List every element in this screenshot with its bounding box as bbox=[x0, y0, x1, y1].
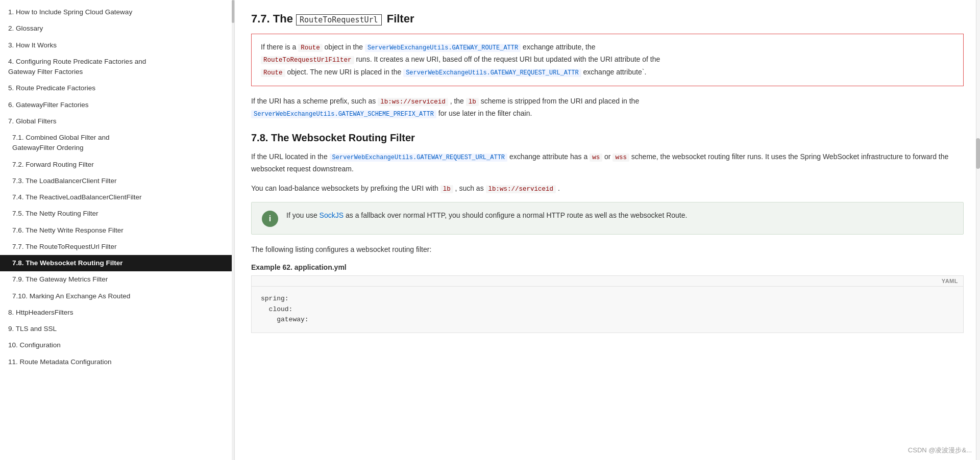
right-scrollbar-thumb[interactable] bbox=[976, 138, 980, 169]
s78-p1-code2: ws bbox=[590, 154, 602, 162]
info-box: i If you use SockJS as a fallback over n… bbox=[251, 202, 964, 235]
sidebar-item-7-6[interactable]: 7.6. The Netty Write Response Filter bbox=[0, 222, 234, 239]
redbox-code-filter: RouteToRequestUrlFilter bbox=[261, 56, 354, 64]
para2-code2: lb bbox=[466, 98, 479, 106]
sidebar-item-7-7[interactable]: 7.7. The RouteToRequestUrl Filter bbox=[0, 239, 234, 255]
sidebar-item-7-1[interactable]: 7.1. Combined Global Filter and GatewayF… bbox=[0, 130, 234, 157]
redbox-line1-mid2: exchange attribute, the bbox=[521, 43, 595, 51]
info-text-prefix: If you use bbox=[286, 211, 320, 219]
sidebar-item-7-2[interactable]: 7.2. Forward Routing Filter bbox=[0, 157, 234, 173]
para2-mid1: , the bbox=[448, 97, 466, 105]
info-icon: i bbox=[262, 211, 278, 227]
code-block: YAML spring: cloud: gateway: bbox=[251, 275, 964, 333]
redbox-code-route: Route bbox=[298, 44, 323, 52]
section-77-redbox: If there is a Route object in the Server… bbox=[251, 34, 964, 86]
s78-p2-code2: lb:ws://serviceid bbox=[486, 185, 556, 193]
sidebar[interactable]: 1. How to Include Spring Cloud Gateway 2… bbox=[0, 0, 235, 460]
para2-code3: ServerWebExchangeUtils.GATEWAY_SCHEME_PR… bbox=[251, 110, 436, 118]
code-lang-label: YAML bbox=[942, 278, 958, 284]
sidebar-item-7-3[interactable]: 7.3. The LoadBalancerClient Filter bbox=[0, 173, 234, 189]
s78-p2-code1: lb bbox=[440, 185, 453, 193]
redbox-line3-mid1: object. The new URI is placed in the bbox=[285, 68, 404, 76]
s78-p2-mid1: , such as bbox=[453, 184, 486, 192]
info-text-mid: as a fallback over normal HTTP, you shou… bbox=[344, 211, 687, 219]
para2-code1: lb:ws://serviceid bbox=[378, 98, 448, 106]
redbox-line1-prefix: If there is a bbox=[261, 43, 298, 51]
sockjs-link[interactable]: SockJS bbox=[320, 211, 344, 219]
sidebar-item-10[interactable]: 10. Configuration bbox=[0, 337, 234, 353]
redbox-code-request-url-attr: ServerWebExchangeUtils.GATEWAY_REQUEST_U… bbox=[403, 69, 581, 77]
main-content: 7.7. The RouteToRequestUrl Filter If the… bbox=[235, 0, 980, 460]
right-scrollbar[interactable] bbox=[976, 0, 980, 460]
para2-prefix: If the URI has a scheme prefix, such as bbox=[251, 97, 378, 105]
sidebar-item-9[interactable]: 9. TLS and SSL bbox=[0, 321, 234, 337]
redbox-line3-suffix: exchange attribute`. bbox=[581, 68, 647, 76]
code-line-3: gateway: bbox=[261, 315, 954, 325]
code-block-content: spring: cloud: gateway: bbox=[252, 287, 963, 333]
code-line-2: cloud: bbox=[261, 304, 954, 315]
s78-p1-mid1: exchange attribute has a bbox=[507, 152, 590, 161]
sidebar-item-7-9[interactable]: 7.9. The Gateway Metrics Filter bbox=[0, 271, 234, 288]
sidebar-item-3[interactable]: 3. How It Works bbox=[0, 37, 234, 54]
sidebar-item-11[interactable]: 11. Route Metadata Configuration bbox=[0, 354, 234, 370]
info-box-text: If you use SockJS as a fallback over nor… bbox=[286, 210, 687, 222]
s78-p1-code1: ServerWebExchangeUtils.GATEWAY_REQUEST_U… bbox=[330, 154, 507, 162]
s78-p1-code3: wss bbox=[612, 154, 629, 162]
section-77-title-code: RouteToRequestUrl bbox=[296, 14, 382, 25]
redbox-code-gateway-route-attr: ServerWebExchangeUtils.GATEWAY_ROUTE_ATT… bbox=[365, 44, 521, 52]
sidebar-item-4[interactable]: 4. Configuring Route Predicate Factories… bbox=[0, 54, 234, 81]
example-label: Example 62. application.yml bbox=[251, 263, 964, 271]
para2-mid2: scheme is stripped from the URI and plac… bbox=[479, 97, 639, 105]
listing-intro: The following listing configures a webso… bbox=[251, 244, 964, 256]
redbox-line1-mid1: object in the bbox=[323, 43, 365, 51]
sidebar-item-2[interactable]: 2. Glossary bbox=[0, 20, 234, 37]
section-78-para1: If the URL located in the ServerWebExcha… bbox=[251, 151, 964, 175]
sidebar-item-1[interactable]: 1. How to Include Spring Cloud Gateway bbox=[0, 4, 234, 20]
sidebar-item-7-4[interactable]: 7.4. The ReactiveLoadBalancerClientFilte… bbox=[0, 189, 234, 206]
sidebar-item-8[interactable]: 8. HttpHeadersFilters bbox=[0, 304, 234, 321]
redbox-line2-mid1: runs. It creates a new URI, based off of… bbox=[354, 55, 660, 63]
sidebar-item-5[interactable]: 5. Route Predicate Factories bbox=[0, 80, 234, 96]
para2-suffix: for use later in the filter chain. bbox=[436, 109, 532, 117]
section-77-title-suffix: Filter bbox=[387, 12, 414, 25]
section-78-para2: You can load-balance websockets by prefi… bbox=[251, 183, 964, 195]
section-78-title: 7.8. The Websocket Routing Filter bbox=[251, 132, 964, 144]
s78-p2-prefix: You can load-balance websockets by prefi… bbox=[251, 184, 440, 192]
s78-p1-or: or bbox=[602, 152, 612, 161]
code-line-1: spring: bbox=[261, 294, 954, 304]
section-77-para2: If the URI has a scheme prefix, such as … bbox=[251, 95, 964, 120]
code-block-header: YAML bbox=[252, 276, 963, 287]
sidebar-item-7-5[interactable]: 7.5. The Netty Routing Filter bbox=[0, 206, 234, 222]
watermark: CSDN @凌波漫步&... bbox=[908, 446, 972, 455]
sidebar-item-7-8[interactable]: 7.8. The Websocket Routing Filter bbox=[0, 255, 234, 271]
s78-p1-prefix: If the URL located in the bbox=[251, 152, 330, 161]
s78-p2-suffix: . bbox=[556, 184, 560, 192]
sidebar-item-7[interactable]: 7. Global Filters bbox=[0, 113, 234, 130]
sidebar-item-7-10[interactable]: 7.10. Marking An Exchange As Routed bbox=[0, 288, 234, 304]
section-77-title: 7.7. The RouteToRequestUrl Filter bbox=[251, 12, 964, 25]
section-77-title-prefix: 7.7. The bbox=[251, 12, 293, 25]
sidebar-item-6[interactable]: 6. GatewayFilter Factories bbox=[0, 97, 234, 113]
section-78: 7.8. The Websocket Routing Filter If the… bbox=[251, 132, 964, 333]
redbox-code-route2: Route bbox=[261, 69, 285, 77]
